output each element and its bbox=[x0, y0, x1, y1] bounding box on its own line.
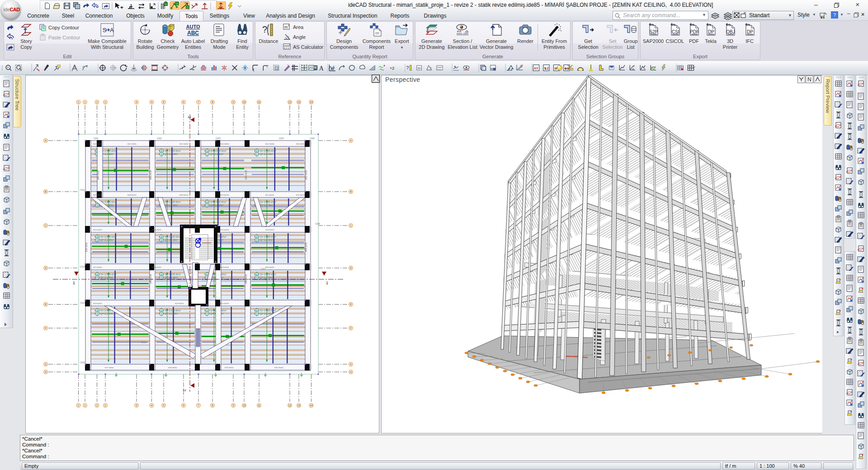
svg-text:2: 2 bbox=[105, 101, 106, 103]
svg-text:G= 0.525 tf/m²: G= 0.525 tf/m² bbox=[260, 309, 276, 312]
svg-text:8: 8 bbox=[212, 404, 213, 407]
svg-text:1: 1 bbox=[85, 101, 86, 103]
svg-text:?: ? bbox=[262, 24, 267, 34]
svg-text:B: B bbox=[45, 190, 47, 193]
svg-text:A: A bbox=[45, 139, 47, 142]
svg-text:K01 30/60: K01 30/60 bbox=[93, 143, 102, 145]
svg-text:DP: DP bbox=[708, 29, 714, 34]
svg-text:mm: mm bbox=[284, 44, 289, 47]
svg-text:K30 30/60: K30 30/60 bbox=[274, 367, 283, 369]
svg-text:K54 30/60: K54 30/60 bbox=[305, 242, 307, 252]
svg-text:m²: m² bbox=[417, 66, 421, 70]
svg-text:1: 1 bbox=[78, 404, 79, 407]
svg-text:F: F bbox=[45, 327, 46, 329]
svg-text:4: 4 bbox=[151, 404, 152, 407]
svg-text:K07 60/25: K07 60/25 bbox=[93, 194, 102, 196]
svg-text:G= 0.525 tf/m²: G= 0.525 tf/m² bbox=[165, 273, 180, 276]
svg-text:K06 30/60: K06 30/60 bbox=[296, 143, 305, 145]
svg-text:C021: C021 bbox=[80, 302, 85, 304]
svg-text:K18 60/25: K18 60/25 bbox=[152, 266, 161, 268]
svg-text:G: G bbox=[45, 363, 47, 366]
svg-text:K08 60/25: K08 60/25 bbox=[127, 194, 137, 196]
svg-text:K38 30/60: K38 30/60 bbox=[85, 242, 88, 252]
svg-text:10: 10 bbox=[243, 101, 245, 103]
svg-text:2: 2 bbox=[96, 101, 98, 103]
svg-text:2: 2 bbox=[96, 404, 98, 407]
svg-text:C004: C004 bbox=[279, 137, 284, 140]
svg-text:K41 60/25: K41 60/25 bbox=[150, 170, 152, 179]
svg-text:K10 60/25: K10 60/25 bbox=[220, 194, 229, 196]
svg-text:G= 0.525 tf/m²: G= 0.525 tf/m² bbox=[165, 309, 180, 312]
svg-text:DP: DP bbox=[747, 29, 753, 34]
svg-text:K48 60/25: K48 60/25 bbox=[150, 274, 152, 283]
svg-text:XY: XY bbox=[534, 67, 538, 70]
svg-text:G= 0.525 tf/m²: G= 0.525 tf/m² bbox=[165, 201, 180, 203]
svg-text:Q= 0.2 tf/m²: Q= 0.2 tf/m² bbox=[165, 153, 178, 155]
svg-text:K23 60/25: K23 60/25 bbox=[175, 302, 184, 305]
svg-text:2: 2 bbox=[105, 404, 106, 407]
svg-text:E: E bbox=[45, 303, 47, 306]
svg-text:11: 11 bbox=[258, 101, 260, 103]
svg-text:PDF: PDF bbox=[690, 29, 699, 34]
svg-text:K11 60/25: K11 60/25 bbox=[265, 194, 274, 196]
svg-text:G= 0.525 tf/m²: G= 0.525 tf/m² bbox=[260, 201, 276, 203]
svg-text:9: 9 bbox=[233, 404, 234, 407]
svg-text:N: N bbox=[807, 76, 811, 83]
svg-text:2: 2 bbox=[289, 44, 290, 47]
svg-text:11: 11 bbox=[258, 404, 260, 407]
svg-text:K12 60/25: K12 60/25 bbox=[296, 194, 305, 196]
svg-text:K28 30/60: K28 30/60 bbox=[168, 367, 177, 369]
svg-text:G= 0.525 tf/m²: G= 0.525 tf/m² bbox=[165, 235, 180, 238]
svg-text:Q= 0.2 tf/m²: Q= 0.2 tf/m² bbox=[100, 276, 113, 279]
svg-text:K16 60/25: K16 60/25 bbox=[265, 229, 274, 231]
svg-text:?: ? bbox=[287, 36, 289, 39]
svg-text:Q= 0.2 tf/m²: Q= 0.2 tf/m² bbox=[165, 204, 178, 207]
svg-text:H: H bbox=[45, 371, 47, 373]
svg-text:2: 2 bbox=[182, 389, 187, 391]
svg-text:5: 5 bbox=[163, 404, 165, 407]
svg-text:14: 14 bbox=[310, 101, 313, 103]
svg-text:A: A bbox=[319, 65, 324, 72]
svg-text:Q= 0.2 tf/m²: Q= 0.2 tf/m² bbox=[165, 239, 178, 241]
svg-text:7: 7 bbox=[198, 404, 199, 407]
svg-text:G= 0.525 tf/m²: G= 0.525 tf/m² bbox=[165, 150, 180, 152]
svg-text:S2P: S2P bbox=[650, 29, 658, 34]
svg-text:G= 0.525 tf/m²: G= 0.525 tf/m² bbox=[210, 150, 226, 152]
svg-text:Q= 0.2 tf/m²: Q= 0.2 tf/m² bbox=[210, 204, 223, 207]
svg-text:C008: C008 bbox=[315, 223, 320, 225]
svg-text:+: + bbox=[7, 66, 9, 70]
svg-text:K05 30/60: K05 30/60 bbox=[265, 143, 274, 145]
svg-text:ABC: ABC bbox=[187, 30, 199, 36]
svg-text:C005: C005 bbox=[310, 137, 315, 140]
svg-text:K19 60/25: K19 60/25 bbox=[220, 266, 229, 268]
svg-text:K27 30/60: K27 30/60 bbox=[105, 367, 114, 369]
svg-text:Q= 0.2 tf/m²: Q= 0.2 tf/m² bbox=[210, 153, 223, 155]
svg-text:merdiven: merdiven bbox=[202, 241, 212, 244]
svg-text:PD1 30/30: PD1 30/30 bbox=[184, 224, 193, 226]
svg-text:1: 1 bbox=[78, 101, 79, 103]
svg-text:9: 9 bbox=[233, 101, 234, 103]
svg-text:12: 12 bbox=[288, 404, 291, 407]
svg-text:C016: C016 bbox=[80, 266, 85, 268]
svg-text:K17 60/25: K17 60/25 bbox=[93, 266, 102, 268]
svg-text:K40 30/60: K40 30/60 bbox=[97, 170, 99, 179]
svg-text:A: A bbox=[350, 139, 352, 142]
svg-text:4: 4 bbox=[151, 101, 152, 103]
svg-text:Q= 0.2 tf/m²: Q= 0.2 tf/m² bbox=[100, 312, 113, 315]
svg-text:K09 60/25: K09 60/25 bbox=[179, 194, 189, 196]
svg-text:K24 60/25: K24 60/25 bbox=[93, 302, 102, 305]
svg-text:Q= 0.2 tf/m²: Q= 0.2 tf/m² bbox=[260, 153, 273, 155]
svg-text:C031: C031 bbox=[141, 341, 146, 343]
svg-text:10: 10 bbox=[243, 404, 245, 407]
svg-text:Q= 0.2 tf/m²: Q= 0.2 tf/m² bbox=[260, 204, 273, 207]
svg-text:K25 60/25: K25 60/25 bbox=[220, 302, 229, 305]
svg-text:K04 30/60: K04 30/60 bbox=[220, 143, 229, 145]
svg-text:OBJ: OBJ bbox=[726, 29, 735, 34]
svg-text:G= 0.525 tf/m²: G= 0.525 tf/m² bbox=[100, 235, 116, 238]
svg-text:K52 30/60: K52 30/60 bbox=[305, 170, 307, 179]
svg-text:Q= 0.2 tf/m²: Q= 0.2 tf/m² bbox=[165, 312, 178, 315]
svg-text:1: 1 bbox=[85, 404, 86, 407]
svg-text:8: 8 bbox=[212, 101, 213, 103]
svg-text:5: 5 bbox=[163, 101, 165, 103]
svg-text:A: A bbox=[110, 27, 114, 33]
